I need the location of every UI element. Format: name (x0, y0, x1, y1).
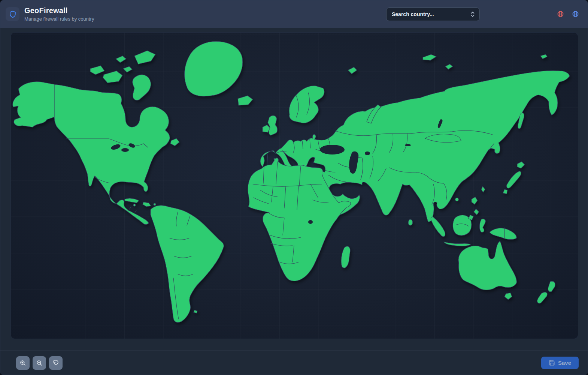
header-actions (557, 10, 579, 18)
geofirewall-app: GeoFirewall Manage firewall rules by cou… (0, 0, 588, 375)
region-south-america[interactable] (151, 206, 224, 322)
reset-view-icon (52, 360, 59, 366)
island-new-siberian[interactable] (423, 54, 436, 60)
globe-blue-icon (572, 10, 579, 18)
island-sri-lanka[interactable] (408, 219, 413, 225)
zoom-out-button[interactable] (33, 356, 46, 370)
island-banks[interactable] (90, 66, 104, 75)
chevron-up-down-icon (470, 11, 476, 18)
app-logo (6, 7, 19, 21)
island-sumatra[interactable] (431, 217, 445, 237)
island-taiwan[interactable] (481, 186, 485, 192)
country-madagascar[interactable] (341, 246, 350, 268)
page-subtitle: Manage firewall rules by country (24, 16, 94, 22)
island-puerto-rico[interactable] (154, 203, 156, 206)
lake-victoria (308, 220, 313, 224)
island-cuba[interactable] (125, 198, 139, 203)
zoom-in-icon (19, 360, 26, 366)
save-button[interactable]: Save (541, 357, 579, 369)
country-search-select[interactable]: Search country... (386, 8, 480, 21)
island-hispaniola[interactable] (143, 202, 151, 207)
island-hokkaido[interactable] (517, 162, 525, 168)
landmasses[interactable] (13, 41, 570, 322)
island-ellesmere[interactable] (134, 51, 155, 64)
island-falklands[interactable] (194, 310, 197, 313)
lake-balkhash (405, 144, 411, 146)
save-icon (549, 360, 555, 366)
footer-toolbar: Save (0, 351, 588, 375)
page-title: GeoFirewall (24, 6, 94, 15)
aral-sea (365, 152, 370, 155)
zoom-in-button[interactable] (16, 356, 30, 370)
island-new-guinea[interactable] (490, 228, 516, 239)
country-alaska[interactable] (13, 82, 54, 127)
header: GeoFirewall Manage firewall rules by cou… (0, 0, 588, 28)
island-java[interactable] (444, 242, 471, 246)
lake-ladoga (331, 126, 334, 129)
island-luzon[interactable] (472, 197, 478, 204)
main-area (0, 28, 588, 351)
island-tasmania[interactable] (504, 293, 512, 300)
country-search-placeholder: Search country... (392, 11, 470, 17)
island-newfoundland[interactable] (170, 138, 179, 146)
island-severnaya[interactable] (445, 64, 453, 69)
island-wrangel[interactable] (540, 54, 547, 59)
save-button-label: Save (558, 360, 571, 366)
reset-view-button[interactable] (49, 356, 63, 370)
island-nz-south[interactable] (537, 292, 547, 303)
island-visayas[interactable] (474, 209, 479, 215)
island-sulawesi[interactable] (480, 219, 486, 232)
island-hainan[interactable] (455, 198, 459, 201)
map-panel (10, 32, 578, 339)
allow-all-button[interactable] (572, 10, 579, 18)
world-map[interactable] (11, 33, 578, 339)
country-iceland[interactable] (238, 96, 253, 105)
country-uk[interactable] (268, 116, 278, 135)
island-svalbard[interactable] (348, 67, 357, 74)
island-honshu[interactable] (507, 171, 521, 188)
island-baffin[interactable] (133, 75, 151, 100)
region-scandinavia[interactable] (289, 86, 324, 123)
island-nz-north[interactable] (548, 281, 555, 292)
region-north-america[interactable] (54, 84, 170, 225)
country-australia[interactable] (458, 241, 516, 290)
island-jamaica[interactable] (133, 204, 136, 206)
globe-red-icon (557, 10, 564, 18)
title-block: GeoFirewall Manage firewall rules by cou… (24, 6, 94, 22)
black-sea (320, 145, 345, 154)
island-kyushu[interactable] (503, 189, 507, 194)
country-greenland[interactable] (185, 41, 243, 96)
shield-icon (9, 10, 17, 18)
zoom-out-icon (36, 360, 43, 366)
island-victoria[interactable] (103, 71, 122, 83)
block-all-button[interactable] (557, 10, 564, 18)
